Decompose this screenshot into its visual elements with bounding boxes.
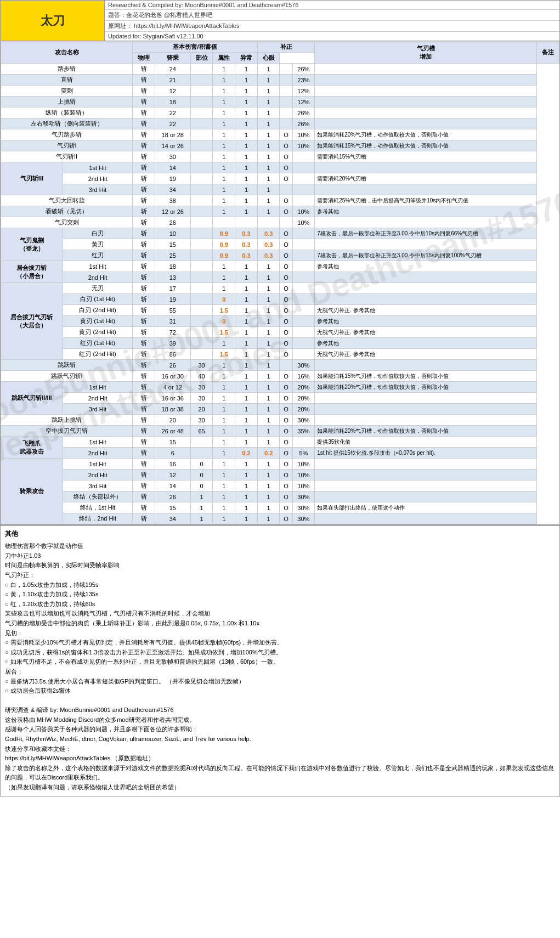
- notes-value: [315, 513, 537, 524]
- abnormal-value: 1: [257, 272, 280, 283]
- heart-value: O: [280, 195, 292, 206]
- table-row: 空中拔刀气刃斩斩26 or 4865111O35%如果能消耗20%气刃槽，动作值…: [1, 426, 559, 437]
- ki-type: 斩: [133, 118, 155, 129]
- riding-value: [190, 239, 213, 250]
- notes-value: [315, 470, 537, 481]
- table-row: 居合拔刀气刃斩 （大居合）无刃斩17111O: [1, 283, 559, 294]
- footer-note: ○ 白，1.05x攻击力加成，持续195s: [5, 580, 555, 590]
- table-row: 气刃踏步斩斩18 or 28111O10%如果能消耗20%气刃槽，动作值取较大值…: [1, 129, 559, 140]
- abnormal-value: 1: [257, 513, 280, 524]
- part-value: 1: [213, 206, 235, 217]
- credit-text: Researched & Compiled by: MoonBunnie#000…: [108, 2, 298, 8]
- ki-boost-value: [292, 195, 315, 206]
- part-value: 1: [213, 162, 235, 173]
- updated-text: Updated for: Stygian/Safi v12.11.00: [108, 33, 203, 39]
- part-value: [213, 217, 235, 228]
- ki-type: 斩: [133, 64, 155, 75]
- ki-type: 斩: [133, 140, 155, 151]
- heart-value: O: [280, 349, 292, 360]
- ki-boost-value: 10%: [292, 129, 315, 140]
- riding-value: [190, 129, 213, 140]
- weapon-title: 太刀: [1, 1, 105, 41]
- attribute-value: 1: [235, 75, 258, 86]
- attack-name: 空中拔刀气刃斩: [1, 426, 133, 437]
- riding-value: [190, 140, 213, 151]
- attribute-value: 1: [235, 64, 258, 75]
- physical-value: 34: [155, 184, 190, 195]
- abnormal-value: 1: [257, 184, 280, 195]
- subname: 终结（头部以外）: [63, 491, 132, 502]
- riding-value: [190, 283, 213, 294]
- footer-note: 刀中补正1.03: [5, 551, 555, 561]
- attribute-value: 1: [235, 272, 258, 283]
- heart-value: O: [280, 283, 292, 294]
- footer-note: 时间是由帧率换算的，实际时间受帧率影响: [5, 561, 555, 570]
- riding-value: [190, 151, 213, 162]
- riding-value: [190, 217, 213, 228]
- part-value: 1: [213, 338, 235, 349]
- footer-note: 气刃槽的增加受击中部位的肉质（乘上斩味补正）影响，由此到最是0.05x, 0.7…: [5, 619, 555, 629]
- ki-boost-value: 5%: [292, 448, 315, 459]
- footer-note: ○ 红，1.20x攻击力加成，持续60s: [5, 600, 555, 609]
- heart-value: O: [280, 162, 292, 173]
- part-value: 1: [213, 360, 235, 371]
- physical-value: 10: [155, 228, 190, 239]
- riding-header: 骑乘: [155, 53, 190, 64]
- weapon-title-text: 太刀: [41, 13, 65, 29]
- notes-value: [315, 283, 537, 294]
- abnormal-value: 1: [257, 75, 280, 86]
- ki-type: 斩: [133, 305, 155, 316]
- table-row: 2nd Hit斩13111O: [1, 272, 559, 283]
- table-row: 黄刃斩150.90.30.3O: [1, 239, 559, 250]
- table-row: 飞翔爪 武器攻击1st Hit斩15111O提供35软化值: [1, 437, 559, 448]
- part-value: 1: [213, 283, 235, 294]
- ki-type: 斩: [133, 217, 155, 228]
- group-label: 气刃鬼割 （登龙）: [1, 228, 63, 261]
- part-value: 1: [213, 64, 235, 75]
- attribute-value: 1: [235, 437, 258, 448]
- physical-header: 物理: [133, 53, 155, 64]
- attribute-value: 1: [235, 162, 258, 173]
- abnormal-value: 1: [257, 140, 280, 151]
- abnormal-value: 1: [257, 404, 280, 415]
- physical-value: 13: [155, 272, 190, 283]
- attack-name: 气刃斩II: [1, 151, 133, 162]
- ki-type: 斩: [133, 250, 155, 261]
- footer-note: ○ 需要消耗至少10%气刃槽才有见切判定，并且消耗所有气刃值。提供45帧无敌帧(…: [5, 638, 555, 648]
- table-row: 踏步斩斩2411126%: [1, 64, 559, 75]
- abnormal-value: 1: [257, 470, 280, 481]
- main-table: 攻击名称 基本伤害/积蓄值 补正 气刃槽增加 备注 物理 骑乘 部位 属性 异常…: [1, 41, 559, 524]
- attack-name: 气刃踏步斩: [1, 129, 133, 140]
- ki-boost-value: 20%: [292, 404, 315, 415]
- physical-value: 22: [155, 108, 190, 118]
- table-row: 终结，1st Hit斩151111O30%如果在头部打出终结，使用这个动作: [1, 502, 559, 513]
- table-row: 气刃突刺斩2610%: [1, 217, 559, 228]
- ki-boost-value: [292, 327, 315, 338]
- notes-value: 如果能消耗20%气刃槽，动作值取较大值，否则取小值: [315, 129, 537, 140]
- table-row: 突刺斩1211112%: [1, 86, 559, 97]
- riding-value: [190, 97, 213, 108]
- ki-boost-value: [292, 228, 315, 239]
- ki-boost-value: [292, 283, 315, 294]
- main-table-container: 攻击名称 基本伤害/积蓄值 补正 气刃槽增加 备注 物理 骑乘 部位 属性 异常…: [0, 41, 560, 525]
- abnormal-value: 0.2: [257, 448, 280, 459]
- ki-boost-value: [292, 316, 315, 327]
- notes-value: 如果能消耗20%气刃槽，动作值取较大值，否则取小值: [315, 382, 537, 393]
- abnormal-value: 1: [257, 415, 280, 426]
- footer-note: 物理伤害那个数字就是动作值: [5, 541, 555, 551]
- ki-boost-header: 气刃槽增加: [315, 42, 537, 64]
- part-value: 0.9: [213, 228, 235, 239]
- riding-value: [190, 64, 213, 75]
- table-row: 黄刃 (2nd Hit)斩721.511O无视气刃补正. 参考其他: [1, 327, 559, 338]
- abnormal-value: 1: [257, 151, 280, 162]
- attribute-value: 0.3: [235, 239, 258, 250]
- physical-value: 34: [155, 513, 190, 524]
- ki-type: 斩: [133, 97, 155, 108]
- heart-value: O: [280, 316, 292, 327]
- riding-value: [190, 261, 213, 272]
- notes-value: 7段攻击，最后一段部位补正升至3.00.令中后10s内回复66%气刃槽: [315, 228, 537, 239]
- attack-name: 气刃斩I: [1, 140, 133, 151]
- riding-value: 1: [190, 513, 213, 524]
- ki-type: 斩: [133, 86, 155, 97]
- part-value: 1: [213, 195, 235, 206]
